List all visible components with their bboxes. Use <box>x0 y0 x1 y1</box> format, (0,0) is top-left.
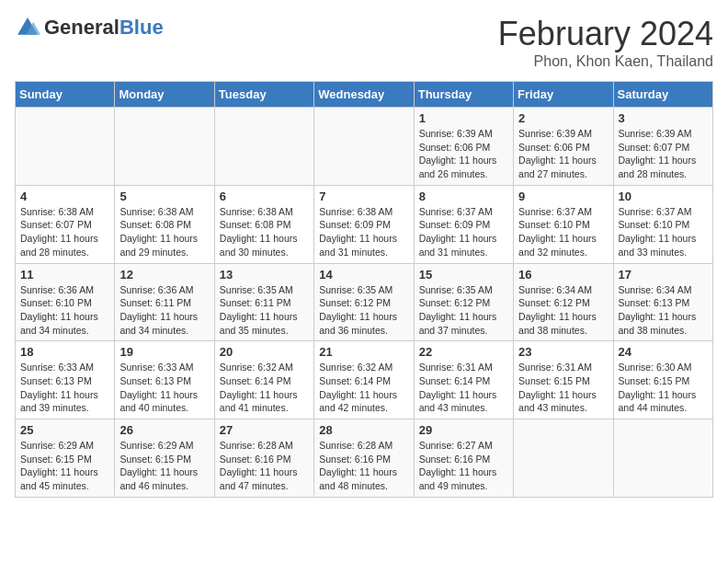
calendar-cell: 29Sunrise: 6:27 AM Sunset: 6:16 PM Dayli… <box>414 419 513 498</box>
page-header: GeneralBlue February 2024 Phon, Khon Kae… <box>15 15 713 70</box>
calendar-cell: 13Sunrise: 6:35 AM Sunset: 6:11 PM Dayli… <box>214 263 313 341</box>
day-info: Sunrise: 6:38 AM Sunset: 6:09 PM Dayligh… <box>319 205 408 259</box>
day-number: 15 <box>419 268 508 282</box>
calendar-cell: 6Sunrise: 6:38 AM Sunset: 6:08 PM Daylig… <box>214 185 313 263</box>
calendar-cell: 3Sunrise: 6:39 AM Sunset: 6:07 PM Daylig… <box>613 108 712 186</box>
day-info: Sunrise: 6:39 AM Sunset: 6:06 PM Dayligh… <box>419 127 508 181</box>
day-info: Sunrise: 6:32 AM Sunset: 6:14 PM Dayligh… <box>220 361 309 415</box>
title-block: February 2024 Phon, Khon Kaen, Thailand <box>498 15 713 70</box>
calendar-cell: 11Sunrise: 6:36 AM Sunset: 6:10 PM Dayli… <box>16 263 115 341</box>
calendar-cell: 14Sunrise: 6:35 AM Sunset: 6:12 PM Dayli… <box>314 263 414 341</box>
calendar-cell <box>115 108 214 186</box>
day-info: Sunrise: 6:28 AM Sunset: 6:16 PM Dayligh… <box>319 439 408 493</box>
day-info: Sunrise: 6:38 AM Sunset: 6:07 PM Dayligh… <box>20 205 109 259</box>
day-number: 19 <box>119 345 209 359</box>
calendar-cell: 25Sunrise: 6:29 AM Sunset: 6:15 PM Dayli… <box>16 419 115 498</box>
day-info: Sunrise: 6:36 AM Sunset: 6:11 PM Dayligh… <box>119 283 209 338</box>
day-info: Sunrise: 6:38 AM Sunset: 6:08 PM Dayligh… <box>119 205 209 259</box>
calendar-subtitle: Phon, Khon Kaen, Thailand <box>498 53 713 70</box>
day-info: Sunrise: 6:30 AM Sunset: 6:15 PM Dayligh… <box>619 361 708 415</box>
day-number: 18 <box>20 345 109 359</box>
calendar-cell: 1Sunrise: 6:39 AM Sunset: 6:06 PM Daylig… <box>414 108 513 186</box>
day-info: Sunrise: 6:35 AM Sunset: 6:11 PM Dayligh… <box>220 283 309 338</box>
calendar-week-row: 1Sunrise: 6:39 AM Sunset: 6:06 PM Daylig… <box>16 108 713 186</box>
day-number: 8 <box>419 190 508 203</box>
calendar-table: SundayMondayTuesdayWednesdayThursdayFrid… <box>15 81 713 498</box>
calendar-cell: 9Sunrise: 6:37 AM Sunset: 6:10 PM Daylig… <box>514 185 613 263</box>
day-info: Sunrise: 6:28 AM Sunset: 6:16 PM Dayligh… <box>220 439 309 493</box>
day-number: 4 <box>20 190 109 203</box>
day-info: Sunrise: 6:35 AM Sunset: 6:12 PM Dayligh… <box>419 283 508 338</box>
day-info: Sunrise: 6:36 AM Sunset: 6:10 PM Dayligh… <box>20 283 109 338</box>
calendar-cell: 5Sunrise: 6:38 AM Sunset: 6:08 PM Daylig… <box>115 185 214 263</box>
day-number: 24 <box>619 345 708 359</box>
day-number: 21 <box>319 345 408 359</box>
day-info: Sunrise: 6:32 AM Sunset: 6:14 PM Dayligh… <box>319 361 408 415</box>
calendar-cell: 19Sunrise: 6:33 AM Sunset: 6:13 PM Dayli… <box>115 341 214 419</box>
day-number: 14 <box>319 268 408 282</box>
day-number: 7 <box>319 190 408 203</box>
day-number: 28 <box>319 423 408 437</box>
calendar-cell: 15Sunrise: 6:35 AM Sunset: 6:12 PM Dayli… <box>414 263 513 341</box>
logo-general: General <box>44 16 119 39</box>
day-info: Sunrise: 6:37 AM Sunset: 6:10 PM Dayligh… <box>619 205 708 259</box>
calendar-cell: 26Sunrise: 6:29 AM Sunset: 6:15 PM Dayli… <box>115 419 214 498</box>
col-header-tuesday: Tuesday <box>214 82 313 108</box>
col-header-thursday: Thursday <box>414 82 513 108</box>
day-info: Sunrise: 6:31 AM Sunset: 6:14 PM Dayligh… <box>419 361 508 415</box>
day-number: 13 <box>220 268 309 282</box>
col-header-monday: Monday <box>115 82 214 108</box>
calendar-cell: 4Sunrise: 6:38 AM Sunset: 6:07 PM Daylig… <box>16 185 115 263</box>
logo-text: GeneralBlue <box>44 16 164 40</box>
calendar-cell: 21Sunrise: 6:32 AM Sunset: 6:14 PM Dayli… <box>314 341 414 419</box>
day-number: 9 <box>518 190 608 203</box>
day-number: 3 <box>619 111 708 125</box>
calendar-cell: 23Sunrise: 6:31 AM Sunset: 6:15 PM Dayli… <box>514 341 613 419</box>
day-number: 16 <box>518 268 608 282</box>
calendar-cell <box>16 108 115 186</box>
calendar-week-row: 25Sunrise: 6:29 AM Sunset: 6:15 PM Dayli… <box>16 419 713 498</box>
logo-icon <box>15 15 40 40</box>
calendar-header-row: SundayMondayTuesdayWednesdayThursdayFrid… <box>16 82 713 108</box>
day-number: 10 <box>619 190 708 203</box>
day-info: Sunrise: 6:39 AM Sunset: 6:07 PM Dayligh… <box>619 127 708 181</box>
day-number: 23 <box>518 345 608 359</box>
day-number: 27 <box>220 423 309 437</box>
day-number: 6 <box>220 190 309 203</box>
day-info: Sunrise: 6:29 AM Sunset: 6:15 PM Dayligh… <box>20 439 109 493</box>
calendar-cell <box>613 419 712 498</box>
calendar-cell: 12Sunrise: 6:36 AM Sunset: 6:11 PM Dayli… <box>115 263 214 341</box>
day-number: 20 <box>220 345 309 359</box>
calendar-cell: 20Sunrise: 6:32 AM Sunset: 6:14 PM Dayli… <box>214 341 313 419</box>
calendar-cell: 18Sunrise: 6:33 AM Sunset: 6:13 PM Dayli… <box>16 341 115 419</box>
calendar-cell: 2Sunrise: 6:39 AM Sunset: 6:06 PM Daylig… <box>514 108 613 186</box>
calendar-cell <box>514 419 613 498</box>
day-number: 22 <box>419 345 508 359</box>
day-info: Sunrise: 6:34 AM Sunset: 6:12 PM Dayligh… <box>518 283 608 338</box>
day-number: 17 <box>619 268 708 282</box>
calendar-cell: 27Sunrise: 6:28 AM Sunset: 6:16 PM Dayli… <box>214 419 313 498</box>
calendar-cell: 17Sunrise: 6:34 AM Sunset: 6:13 PM Dayli… <box>613 263 712 341</box>
day-info: Sunrise: 6:34 AM Sunset: 6:13 PM Dayligh… <box>619 283 708 338</box>
day-info: Sunrise: 6:27 AM Sunset: 6:16 PM Dayligh… <box>419 439 508 493</box>
day-number: 26 <box>119 423 209 437</box>
day-number: 11 <box>20 268 109 282</box>
calendar-cell: 8Sunrise: 6:37 AM Sunset: 6:09 PM Daylig… <box>414 185 513 263</box>
logo-blue: Blue <box>119 16 164 39</box>
day-info: Sunrise: 6:35 AM Sunset: 6:12 PM Dayligh… <box>319 283 408 338</box>
day-info: Sunrise: 6:29 AM Sunset: 6:15 PM Dayligh… <box>119 439 209 493</box>
logo: GeneralBlue <box>15 15 164 40</box>
day-info: Sunrise: 6:33 AM Sunset: 6:13 PM Dayligh… <box>119 361 209 415</box>
calendar-title: February 2024 <box>498 15 713 53</box>
calendar-cell: 22Sunrise: 6:31 AM Sunset: 6:14 PM Dayli… <box>414 341 513 419</box>
col-header-sunday: Sunday <box>16 82 115 108</box>
calendar-week-row: 11Sunrise: 6:36 AM Sunset: 6:10 PM Dayli… <box>16 263 713 341</box>
calendar-week-row: 18Sunrise: 6:33 AM Sunset: 6:13 PM Dayli… <box>16 341 713 419</box>
calendar-cell: 16Sunrise: 6:34 AM Sunset: 6:12 PM Dayli… <box>514 263 613 341</box>
day-number: 2 <box>518 111 608 125</box>
calendar-cell <box>314 108 414 186</box>
day-info: Sunrise: 6:37 AM Sunset: 6:09 PM Dayligh… <box>419 205 508 259</box>
day-number: 25 <box>20 423 109 437</box>
day-number: 5 <box>119 190 209 203</box>
day-number: 1 <box>419 111 508 125</box>
